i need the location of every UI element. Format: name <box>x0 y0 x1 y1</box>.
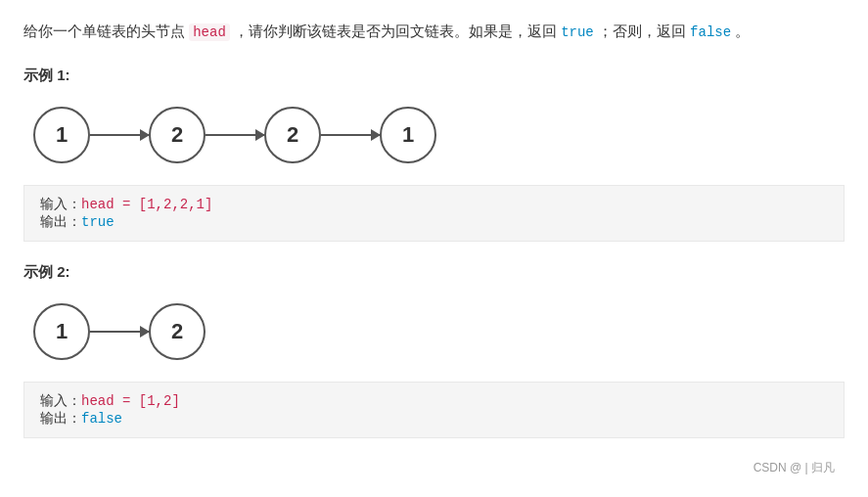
node-1-4: 1 <box>380 107 436 163</box>
example-2-output-row: 输出：false <box>40 410 828 428</box>
desc-semicolon: ；否则，返回 <box>594 23 690 39</box>
example-1-box: 输入：head = [1,2,2,1] 输出：true <box>23 185 845 242</box>
arrow-line-2-1 <box>90 331 149 333</box>
example-1-input-row: 输入：head = [1,2,2,1] <box>40 196 828 213</box>
node-1-2: 2 <box>149 107 206 163</box>
arrow-2-1 <box>90 331 149 333</box>
example-2-title: 示例 2: <box>23 263 845 282</box>
example-2-section: 示例 2: 1 2 输入：head = [1,2] 输出：false <box>23 263 845 438</box>
example-1-input-label: 输入： <box>40 196 81 211</box>
arrow-1-3 <box>321 134 380 136</box>
example-1-section: 示例 1: 1 2 2 1 输入：head = [1,2,2,1] 输出：tru… <box>23 67 845 242</box>
example-1-output-row: 输出：true <box>40 213 828 231</box>
example-1-title: 示例 1: <box>23 67 845 85</box>
desc-code1: head <box>189 23 230 41</box>
example-2-input-row: 输入：head = [1,2] <box>40 392 828 410</box>
arrow-line-1-2 <box>206 134 264 136</box>
arrow-1-1 <box>90 134 149 136</box>
example-1-diagram: 1 2 2 1 <box>23 97 845 173</box>
node-2-2: 2 <box>149 303 206 360</box>
example-1-output-code: true <box>81 214 114 230</box>
desc-code3: false <box>690 24 731 40</box>
example-2-input-label: 输入： <box>40 392 81 408</box>
arrow-line-1-1 <box>90 134 149 136</box>
desc-prefix: 给你一个单链表的头节点 <box>23 23 189 39</box>
arrow-1-2 <box>206 134 264 136</box>
example-2-input-code: head = [1,2] <box>81 393 180 409</box>
example-1-output-label: 输出： <box>40 213 81 229</box>
example-2-output-label: 输出： <box>40 410 81 426</box>
example-2-output-code: false <box>81 411 122 427</box>
problem-description: 给你一个单链表的头节点 head ，请你判断该链表是否为回文链表。如果是，返回 … <box>23 18 845 45</box>
arrow-line-1-3 <box>321 134 380 136</box>
node-1-1: 1 <box>33 107 90 163</box>
footer: CSDN @ | 归凡 <box>23 460 845 476</box>
node-2-1: 1 <box>33 303 90 360</box>
desc-suffix: 。 <box>731 23 750 39</box>
example-1-input-code: head = [1,2,2,1] <box>81 197 212 212</box>
example-2-box: 输入：head = [1,2] 输出：false <box>23 382 845 438</box>
example-2-diagram: 1 2 <box>23 294 845 370</box>
desc-code2: true <box>561 24 594 40</box>
node-1-3: 2 <box>264 107 321 163</box>
desc-middle: ，请你判断该链表是否为回文链表。如果是，返回 <box>230 23 561 39</box>
